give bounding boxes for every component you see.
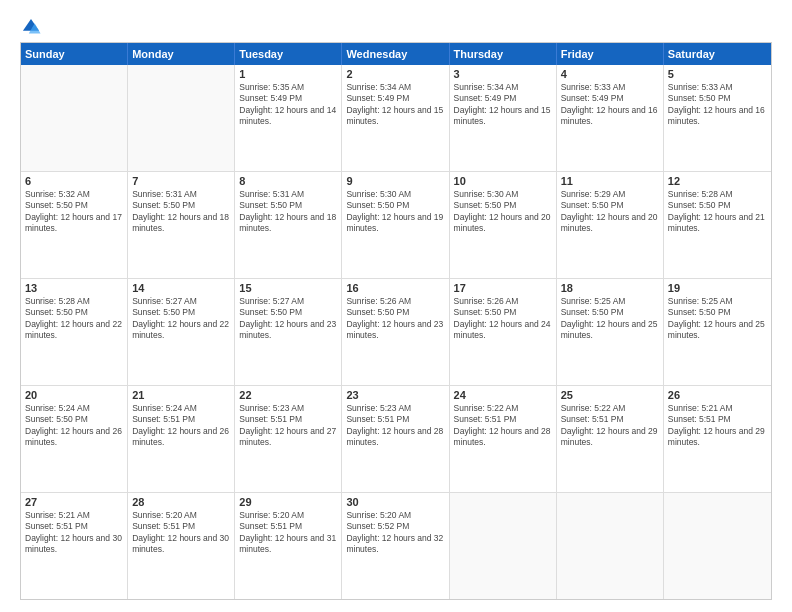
calendar-cell: 16Sunrise: 5:26 AMSunset: 5:50 PMDayligh… — [342, 279, 449, 385]
calendar-cell: 7Sunrise: 5:31 AMSunset: 5:50 PMDaylight… — [128, 172, 235, 278]
day-number: 29 — [239, 496, 337, 508]
day-info: Sunrise: 5:27 AMSunset: 5:50 PMDaylight:… — [132, 296, 230, 342]
day-number: 5 — [668, 68, 767, 80]
calendar-body: 1Sunrise: 5:35 AMSunset: 5:49 PMDaylight… — [21, 65, 771, 599]
calendar-cell: 6Sunrise: 5:32 AMSunset: 5:50 PMDaylight… — [21, 172, 128, 278]
day-info: Sunrise: 5:27 AMSunset: 5:50 PMDaylight:… — [239, 296, 337, 342]
calendar-cell: 3Sunrise: 5:34 AMSunset: 5:49 PMDaylight… — [450, 65, 557, 171]
day-info: Sunrise: 5:21 AMSunset: 5:51 PMDaylight:… — [25, 510, 123, 556]
day-info: Sunrise: 5:34 AMSunset: 5:49 PMDaylight:… — [454, 82, 552, 128]
calendar-cell — [557, 493, 664, 599]
day-number: 11 — [561, 175, 659, 187]
day-number: 24 — [454, 389, 552, 401]
calendar-cell: 21Sunrise: 5:24 AMSunset: 5:51 PMDayligh… — [128, 386, 235, 492]
calendar-cell: 13Sunrise: 5:28 AMSunset: 5:50 PMDayligh… — [21, 279, 128, 385]
calendar-header: SundayMondayTuesdayWednesdayThursdayFrid… — [21, 43, 771, 65]
calendar-row-0: 1Sunrise: 5:35 AMSunset: 5:49 PMDaylight… — [21, 65, 771, 172]
day-info: Sunrise: 5:20 AMSunset: 5:51 PMDaylight:… — [239, 510, 337, 556]
day-info: Sunrise: 5:20 AMSunset: 5:52 PMDaylight:… — [346, 510, 444, 556]
day-number: 3 — [454, 68, 552, 80]
day-info: Sunrise: 5:24 AMSunset: 5:50 PMDaylight:… — [25, 403, 123, 449]
day-number: 25 — [561, 389, 659, 401]
day-info: Sunrise: 5:31 AMSunset: 5:50 PMDaylight:… — [239, 189, 337, 235]
day-info: Sunrise: 5:34 AMSunset: 5:49 PMDaylight:… — [346, 82, 444, 128]
day-info: Sunrise: 5:28 AMSunset: 5:50 PMDaylight:… — [25, 296, 123, 342]
day-number: 20 — [25, 389, 123, 401]
day-number: 9 — [346, 175, 444, 187]
header-day-wednesday: Wednesday — [342, 43, 449, 65]
day-number: 22 — [239, 389, 337, 401]
calendar-cell: 27Sunrise: 5:21 AMSunset: 5:51 PMDayligh… — [21, 493, 128, 599]
day-number: 26 — [668, 389, 767, 401]
calendar-cell: 19Sunrise: 5:25 AMSunset: 5:50 PMDayligh… — [664, 279, 771, 385]
calendar-cell: 24Sunrise: 5:22 AMSunset: 5:51 PMDayligh… — [450, 386, 557, 492]
calendar-cell: 5Sunrise: 5:33 AMSunset: 5:50 PMDaylight… — [664, 65, 771, 171]
day-info: Sunrise: 5:22 AMSunset: 5:51 PMDaylight:… — [454, 403, 552, 449]
header-day-friday: Friday — [557, 43, 664, 65]
calendar-cell: 26Sunrise: 5:21 AMSunset: 5:51 PMDayligh… — [664, 386, 771, 492]
day-number: 21 — [132, 389, 230, 401]
day-number: 7 — [132, 175, 230, 187]
day-info: Sunrise: 5:25 AMSunset: 5:50 PMDaylight:… — [668, 296, 767, 342]
day-info: Sunrise: 5:30 AMSunset: 5:50 PMDaylight:… — [454, 189, 552, 235]
day-number: 28 — [132, 496, 230, 508]
day-number: 8 — [239, 175, 337, 187]
day-number: 1 — [239, 68, 337, 80]
calendar-cell: 2Sunrise: 5:34 AMSunset: 5:49 PMDaylight… — [342, 65, 449, 171]
calendar-cell: 29Sunrise: 5:20 AMSunset: 5:51 PMDayligh… — [235, 493, 342, 599]
header-day-sunday: Sunday — [21, 43, 128, 65]
calendar-cell — [450, 493, 557, 599]
day-info: Sunrise: 5:24 AMSunset: 5:51 PMDaylight:… — [132, 403, 230, 449]
day-number: 12 — [668, 175, 767, 187]
day-number: 19 — [668, 282, 767, 294]
calendar-cell: 30Sunrise: 5:20 AMSunset: 5:52 PMDayligh… — [342, 493, 449, 599]
calendar-cell: 14Sunrise: 5:27 AMSunset: 5:50 PMDayligh… — [128, 279, 235, 385]
day-number: 15 — [239, 282, 337, 294]
day-info: Sunrise: 5:33 AMSunset: 5:49 PMDaylight:… — [561, 82, 659, 128]
calendar-cell: 12Sunrise: 5:28 AMSunset: 5:50 PMDayligh… — [664, 172, 771, 278]
day-info: Sunrise: 5:25 AMSunset: 5:50 PMDaylight:… — [561, 296, 659, 342]
header-day-thursday: Thursday — [450, 43, 557, 65]
calendar-cell — [664, 493, 771, 599]
day-info: Sunrise: 5:22 AMSunset: 5:51 PMDaylight:… — [561, 403, 659, 449]
day-number: 14 — [132, 282, 230, 294]
day-number: 6 — [25, 175, 123, 187]
day-number: 16 — [346, 282, 444, 294]
day-info: Sunrise: 5:30 AMSunset: 5:50 PMDaylight:… — [346, 189, 444, 235]
day-info: Sunrise: 5:26 AMSunset: 5:50 PMDaylight:… — [346, 296, 444, 342]
calendar-cell: 10Sunrise: 5:30 AMSunset: 5:50 PMDayligh… — [450, 172, 557, 278]
logo-icon — [20, 16, 42, 38]
calendar-cell: 17Sunrise: 5:26 AMSunset: 5:50 PMDayligh… — [450, 279, 557, 385]
calendar-cell: 25Sunrise: 5:22 AMSunset: 5:51 PMDayligh… — [557, 386, 664, 492]
day-info: Sunrise: 5:23 AMSunset: 5:51 PMDaylight:… — [239, 403, 337, 449]
calendar-cell: 11Sunrise: 5:29 AMSunset: 5:50 PMDayligh… — [557, 172, 664, 278]
calendar-cell: 4Sunrise: 5:33 AMSunset: 5:49 PMDaylight… — [557, 65, 664, 171]
page: SundayMondayTuesdayWednesdayThursdayFrid… — [0, 0, 792, 612]
day-info: Sunrise: 5:28 AMSunset: 5:50 PMDaylight:… — [668, 189, 767, 235]
header-day-monday: Monday — [128, 43, 235, 65]
calendar-cell: 20Sunrise: 5:24 AMSunset: 5:50 PMDayligh… — [21, 386, 128, 492]
header-day-tuesday: Tuesday — [235, 43, 342, 65]
calendar-cell: 9Sunrise: 5:30 AMSunset: 5:50 PMDaylight… — [342, 172, 449, 278]
day-number: 30 — [346, 496, 444, 508]
header-day-saturday: Saturday — [664, 43, 771, 65]
day-info: Sunrise: 5:35 AMSunset: 5:49 PMDaylight:… — [239, 82, 337, 128]
day-number: 23 — [346, 389, 444, 401]
day-number: 17 — [454, 282, 552, 294]
day-number: 10 — [454, 175, 552, 187]
day-number: 27 — [25, 496, 123, 508]
calendar-cell: 18Sunrise: 5:25 AMSunset: 5:50 PMDayligh… — [557, 279, 664, 385]
day-info: Sunrise: 5:26 AMSunset: 5:50 PMDaylight:… — [454, 296, 552, 342]
header — [20, 16, 772, 38]
day-info: Sunrise: 5:31 AMSunset: 5:50 PMDaylight:… — [132, 189, 230, 235]
day-info: Sunrise: 5:23 AMSunset: 5:51 PMDaylight:… — [346, 403, 444, 449]
day-number: 13 — [25, 282, 123, 294]
day-number: 2 — [346, 68, 444, 80]
calendar-cell: 28Sunrise: 5:20 AMSunset: 5:51 PMDayligh… — [128, 493, 235, 599]
calendar-row-2: 13Sunrise: 5:28 AMSunset: 5:50 PMDayligh… — [21, 279, 771, 386]
day-info: Sunrise: 5:29 AMSunset: 5:50 PMDaylight:… — [561, 189, 659, 235]
calendar-cell — [21, 65, 128, 171]
calendar-cell: 22Sunrise: 5:23 AMSunset: 5:51 PMDayligh… — [235, 386, 342, 492]
day-info: Sunrise: 5:32 AMSunset: 5:50 PMDaylight:… — [25, 189, 123, 235]
day-number: 4 — [561, 68, 659, 80]
